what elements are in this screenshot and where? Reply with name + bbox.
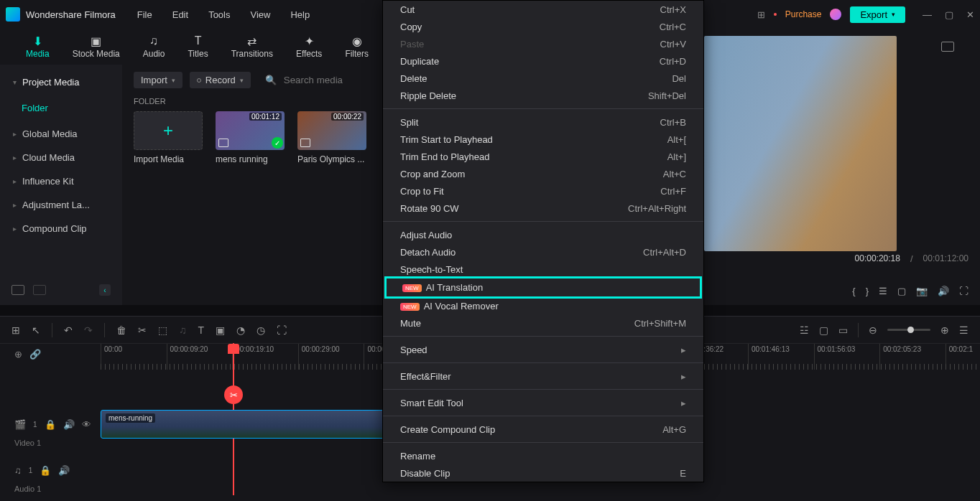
video-track-icon[interactable]: 🎬 — [14, 419, 26, 430]
time-separator: / — [910, 253, 913, 264]
ctx-trim-start[interactable]: Trim Start to PlayheadAlt+[ — [383, 131, 703, 148]
sidebar-item-adjustment-layer[interactable]: ▸Adjustment La... — [0, 193, 122, 217]
cut-icon[interactable]: ✂ — [138, 324, 147, 336]
notif-dot — [774, 13, 777, 16]
speed-icon[interactable]: ◔ — [236, 324, 245, 336]
caption-icon[interactable]: ▭ — [838, 324, 848, 336]
sidebar-item-project-media[interactable]: ▾Project Media — [0, 70, 122, 94]
collapse-sidebar-icon[interactable]: ‹ — [99, 284, 111, 296]
avatar[interactable] — [830, 9, 841, 20]
ctx-split[interactable]: SplitCtrl+B — [383, 113, 703, 131]
text-icon[interactable]: T — [198, 324, 205, 336]
ctx-mute[interactable]: MuteCtrl+Shift+M — [383, 314, 703, 332]
undo-icon[interactable]: ↶ — [64, 324, 73, 336]
record-dropdown[interactable]: Record▾ — [190, 72, 251, 88]
redo-icon[interactable]: ↷ — [84, 324, 93, 336]
menu-help[interactable]: Help — [290, 9, 310, 20]
view-icon[interactable]: ☰ — [959, 324, 969, 336]
eye-icon[interactable]: 👁 — [82, 419, 91, 430]
media-thumb[interactable]: 00:00:22 Paris Olympics ... — [297, 111, 366, 164]
mute-icon[interactable]: 🔊 — [63, 419, 75, 430]
brace-open-icon[interactable]: { — [852, 286, 855, 296]
folder-icon[interactable] — [33, 285, 46, 295]
scissors-icon[interactable]: ✂ — [224, 385, 243, 404]
ctx-trim-end[interactable]: Trim End to PlayheadAlt+] — [383, 148, 703, 165]
fullscreen-icon[interactable]: ⛶ — [959, 286, 969, 296]
expand-icon[interactable]: ⛶ — [277, 324, 287, 336]
crop-icon[interactable]: ⬚ — [158, 324, 167, 336]
brace-close-icon[interactable]: } — [866, 286, 869, 296]
tab-audio[interactable]: ♫Audio — [143, 34, 165, 59]
close-button[interactable]: ✕ — [966, 9, 974, 20]
ctx-crop-zoom[interactable]: Crop and ZoomAlt+C — [383, 165, 703, 182]
tab-effects[interactable]: ✦Effects — [296, 34, 322, 59]
lock-icon[interactable]: 🔒 — [45, 419, 56, 430]
ctx-rename[interactable]: Rename — [383, 447, 703, 464]
grid-icon[interactable]: ⊞ — [11, 324, 20, 336]
ctx-compound-clip[interactable]: Create Compound ClipAlt+G — [383, 421, 703, 438]
list-icon[interactable]: ☰ — [879, 286, 887, 296]
volume-icon[interactable]: 🔊 — [938, 286, 949, 296]
frame-icon[interactable]: ▣ — [216, 324, 225, 336]
ctx-speed[interactable]: Speed▸ — [383, 341, 703, 358]
menu-view[interactable]: View — [250, 9, 270, 20]
new-badge: NEW — [400, 303, 420, 311]
ctx-ripple-delete[interactable]: Ripple DeleteShift+Del — [383, 87, 703, 104]
tab-titles[interactable]: TTitles — [188, 34, 208, 59]
purchase-link[interactable]: Purchase — [785, 9, 822, 19]
sidebar-folder[interactable]: Folder — [0, 94, 122, 122]
ctx-rotate[interactable]: Rotate 90 CWCtrl+Alt+Right — [383, 200, 703, 217]
ctx-ai-translation[interactable]: NEWAI Translation — [384, 276, 702, 299]
zoom-slider[interactable] — [887, 329, 930, 331]
ctx-disable-clip[interactable]: Disable ClipE — [383, 464, 703, 482]
tab-media[interactable]: ⬇Media — [26, 34, 50, 59]
cursor-icon[interactable]: ↖ — [32, 324, 40, 336]
menu-tools[interactable]: Tools — [208, 9, 230, 20]
sidebar-item-cloud-media[interactable]: ▸Cloud Media — [0, 146, 122, 169]
import-media-tile[interactable]: + Import Media — [134, 111, 203, 164]
monitor-icon[interactable]: ▢ — [897, 286, 906, 296]
mixer-icon[interactable]: ☳ — [800, 324, 809, 336]
ctx-cut[interactable]: CutCtrl+X — [383, 1, 703, 18]
menu-file[interactable]: File — [137, 9, 152, 20]
mute-icon[interactable]: 🔊 — [58, 465, 70, 476]
ctx-delete[interactable]: DeleteDel — [383, 70, 703, 87]
delete-icon[interactable]: 🗑 — [116, 324, 126, 336]
media-sidebar: ▾Project Media Folder ▸Global Media ▸Clo… — [0, 65, 122, 305]
minimize-button[interactable]: — — [923, 9, 932, 20]
sidebar-item-influence-kit[interactable]: ▸Influence Kit — [0, 169, 122, 193]
maximize-button[interactable]: ▢ — [945, 9, 953, 20]
media-thumb[interactable]: 00:01:12 ✓ mens running — [216, 111, 285, 164]
ctx-crop-fit[interactable]: Crop to FitCtrl+F — [383, 182, 703, 200]
ctx-speech-to-text[interactable]: Speech-to-Text — [383, 261, 703, 278]
camera-icon[interactable]: 📷 — [916, 286, 928, 296]
grid-icon[interactable]: ⊞ — [757, 9, 765, 20]
search-icon: 🔍 — [265, 75, 277, 85]
tab-stock-media[interactable]: ▣Stock Media — [73, 34, 120, 59]
tab-transitions[interactable]: ⇄Transitions — [231, 34, 273, 59]
sidebar-item-compound-clip[interactable]: ▸Compound Clip — [0, 217, 122, 240]
lock-icon[interactable]: 🔒 — [40, 465, 51, 476]
ctx-adjust-audio[interactable]: Adjust Audio — [383, 226, 703, 243]
timer-icon[interactable]: ◷ — [256, 324, 265, 336]
ctx-effect-filter[interactable]: Effect&Filter▸ — [383, 367, 703, 385]
ctx-copy[interactable]: CopyCtrl+C — [383, 18, 703, 35]
zoom-out-icon[interactable]: ⊖ — [869, 324, 877, 336]
sidebar-item-global-media[interactable]: ▸Global Media — [0, 122, 122, 146]
zoom-in-icon[interactable]: ⊕ — [940, 324, 949, 336]
video-clip[interactable]: mens-running — [101, 410, 388, 439]
export-button[interactable]: Export▾ — [850, 6, 905, 23]
menu-edit[interactable]: Edit — [172, 9, 188, 20]
marker-icon[interactable]: ▢ — [819, 324, 828, 336]
ctx-duplicate[interactable]: DuplicateCtrl+D — [383, 52, 703, 70]
tab-filters[interactable]: ◉Filters — [345, 34, 369, 59]
ctx-smart-edit[interactable]: Smart Edit Tool▸ — [383, 394, 703, 411]
audio-track-icon[interactable]: ♫ — [14, 465, 22, 476]
film-icon — [218, 139, 228, 147]
music-icon[interactable]: ♫ — [179, 324, 187, 336]
ctx-detach-audio[interactable]: Detach AudioCtrl+Alt+D — [383, 243, 703, 261]
import-dropdown[interactable]: Import▾ — [134, 72, 182, 88]
new-folder-icon[interactable] — [11, 285, 24, 295]
app-logo — [6, 7, 20, 22]
ctx-ai-vocal-remover[interactable]: NEWAI Vocal Remover — [383, 297, 703, 314]
